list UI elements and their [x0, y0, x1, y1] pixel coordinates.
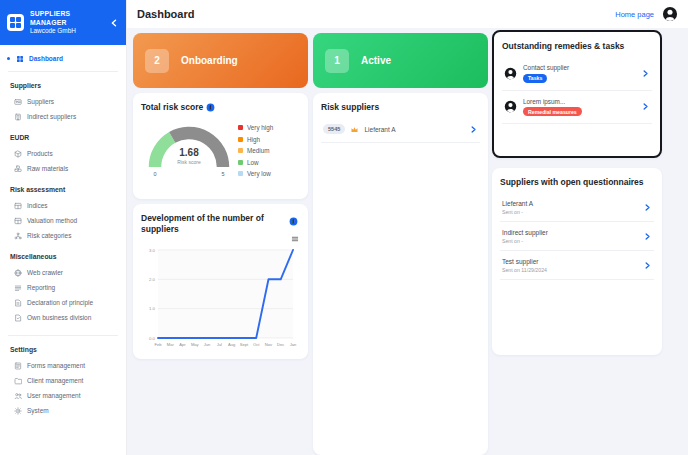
open-questionnaires-card: Suppliers with open questionnaires Liefe… [492, 168, 662, 355]
sent-on-text: Sent on - [502, 209, 533, 215]
sidebar-item-label: Indirect suppliers [27, 113, 76, 120]
sidebar-item-forms-management[interactable]: Forms management [0, 358, 126, 373]
nav-section-risk-assessment: Risk assessment [10, 186, 116, 193]
sidebar-nav: Dashboard Suppliers Suppliers Indirect s… [0, 45, 126, 418]
task-tag: Tasks [523, 74, 547, 83]
sidebar-item-user-management[interactable]: User management [0, 388, 126, 403]
onboarding-stat-card[interactable]: 2 Onboarding [133, 33, 308, 88]
svg-text:Dec: Dec [277, 342, 284, 347]
sidebar-item-declaration-of-principle[interactable]: Declaration of principle [0, 295, 126, 310]
questionnaire-row[interactable]: Indirect supplier Sent on - [500, 222, 654, 251]
legend-swatch-icon [238, 171, 243, 176]
legend-label: High [247, 136, 260, 143]
divider [8, 335, 118, 336]
sidebar-item-suppliers[interactable]: Suppliers [0, 94, 126, 109]
chevron-right-icon[interactable] [643, 203, 652, 212]
sidebar-item-products[interactable]: Products [0, 146, 126, 161]
sidebar-item-own-business-division[interactable]: Own business division [0, 310, 126, 325]
info-icon[interactable]: i [289, 217, 298, 226]
task-row[interactable]: Contact supplier Tasks [502, 57, 652, 91]
sidebar-item-raw-materials[interactable]: Raw materials [0, 161, 126, 176]
sidebar-item-web-crawler[interactable]: Web crawler [0, 265, 126, 280]
user-avatar-icon[interactable] [662, 6, 678, 22]
sidebar-item-dashboard[interactable]: Dashboard [0, 51, 126, 66]
app-logo-icon [7, 14, 24, 31]
hierarchy-icon [14, 232, 22, 240]
sidebar: SUPPLIERS MANAGER Lawcode GmbH Dashboard… [0, 0, 127, 455]
chevron-right-icon[interactable] [469, 125, 478, 134]
globe-icon [14, 269, 22, 277]
sidebar-item-valuation-method[interactable]: Valuation method [0, 213, 126, 228]
sent-on-text: Sent on - [502, 238, 548, 244]
sidebar-item-client-management[interactable]: Client management [0, 373, 126, 388]
nav-section-suppliers: Suppliers [10, 82, 116, 89]
legend-label: Very high [247, 124, 273, 131]
svg-text:Sept: Sept [240, 342, 249, 347]
sidebar-item-label: Reporting [27, 284, 55, 291]
svg-text:1.0: 1.0 [149, 306, 156, 311]
sidebar-item-label: Client management [27, 377, 83, 384]
risk-score-badge: 5545 [323, 124, 345, 134]
svg-text:5: 5 [221, 171, 224, 177]
svg-text:3.0: 3.0 [149, 248, 156, 253]
top-bar: Dashboard Home page [127, 0, 688, 28]
legend-swatch-icon [238, 160, 243, 165]
questionnaire-row[interactable]: Test supplier Sent on 11/29/2024 [500, 251, 654, 280]
chevron-right-icon[interactable] [641, 102, 650, 111]
svg-text:Mar: Mar [167, 342, 175, 347]
folder-icon [14, 377, 22, 385]
crown-icon [350, 125, 359, 134]
doc-check-icon [14, 314, 22, 322]
active-label: Active [361, 55, 391, 66]
svg-text:1.68: 1.68 [179, 147, 199, 158]
sidebar-item-label: Declaration of principle [27, 299, 93, 306]
onboarding-count-badge: 2 [145, 49, 169, 73]
page-title: Dashboard [137, 8, 194, 20]
legend-item: Very low [238, 170, 300, 177]
svg-text:0.0: 0.0 [149, 336, 156, 341]
task-row[interactable]: Lorem ipsum... Remedial measures [502, 91, 652, 125]
legend-item: High [238, 136, 300, 143]
sidebar-item-reporting[interactable]: Reporting [0, 280, 126, 295]
sidebar-item-system[interactable]: System [0, 403, 126, 418]
main-content: 2 Onboarding Total risk score i 1.68Risk… [127, 28, 688, 455]
document-icon [14, 299, 22, 307]
svg-text:May: May [191, 342, 200, 347]
chevron-right-icon[interactable] [643, 261, 652, 270]
sidebar-item-label: Forms management [27, 362, 85, 369]
chart-menu-icon[interactable] [291, 235, 299, 243]
risk-score-title: Total risk score i [141, 102, 300, 112]
sidebar-item-label: Valuation method [27, 217, 77, 224]
info-icon[interactable]: i [206, 103, 215, 112]
questionnaire-row[interactable]: Lieferant A Sent on - [500, 193, 654, 222]
sidebar-item-indices[interactable]: Indices [0, 198, 126, 213]
legend-label: Medium [247, 147, 269, 154]
report-icon [14, 284, 22, 292]
chevron-right-icon[interactable] [641, 69, 650, 78]
legend-swatch-icon [238, 137, 243, 142]
chart-title: Development of the number of suppliers [141, 213, 271, 235]
legend-label: Low [247, 159, 259, 166]
svg-text:2.0: 2.0 [149, 277, 156, 282]
sidebar-item-label: System [27, 407, 49, 414]
tasks-card-title: Outstanding remedies & tasks [502, 41, 652, 51]
active-dot [7, 57, 10, 60]
sidebar-item-label: Web crawler [27, 269, 63, 276]
legend-item: Low [238, 159, 300, 166]
home-page-link[interactable]: Home page [615, 10, 654, 19]
svg-text:Jan: Jan [290, 342, 297, 347]
active-stat-card[interactable]: 1 Active [313, 33, 488, 88]
legend-item: Very high [238, 124, 300, 131]
sidebar-item-indirect-suppliers[interactable]: Indirect suppliers [0, 109, 126, 124]
legend-swatch-icon [238, 125, 243, 130]
risk-supplier-row[interactable]: 5545 Lieferant A [321, 124, 480, 143]
risk-gauge: 1.68Risk score05 [141, 116, 238, 182]
onboarding-label: Onboarding [181, 55, 238, 66]
svg-text:Oct: Oct [253, 342, 260, 347]
sidebar-collapse-icon[interactable] [109, 18, 119, 28]
sidebar-item-label: User management [27, 392, 80, 399]
chevron-right-icon[interactable] [643, 232, 652, 241]
task-name: Contact supplier [523, 64, 569, 71]
legend-label: Very low [247, 170, 271, 177]
sidebar-item-risk-categories[interactable]: Risk categories [0, 228, 126, 243]
